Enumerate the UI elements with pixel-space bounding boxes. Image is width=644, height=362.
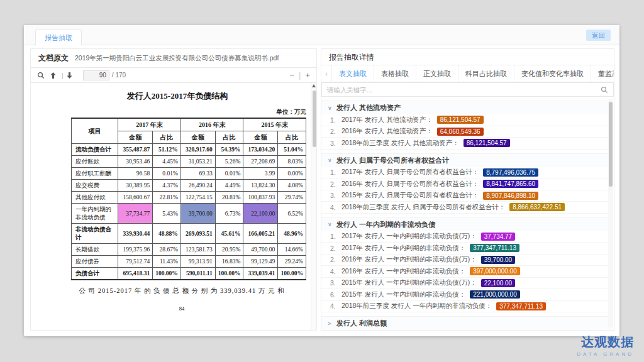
value-badge[interactable]: 8,866,632,422.51 [509, 203, 565, 211]
chevron-right-icon: > [328, 321, 336, 327]
value-badge[interactable]: 37,734.77 [481, 233, 516, 241]
section-header[interactable]: ∨发行人 归属于母公司所有者权益合计 [321, 154, 613, 167]
section-header[interactable]: ∨发行人 其他流动资产 [321, 101, 613, 114]
item-label: 2017年 发行人 其他流动资产： [341, 116, 433, 124]
value-badge[interactable]: 377,347,711.13 [496, 302, 546, 310]
extract-item[interactable]: 4.2018年前三季度 发行人 归属于母公司所有者权益合计：8,866,632,… [321, 202, 613, 214]
row-label: 应付职工薪酬 [72, 168, 118, 180]
extract-item[interactable]: 3.2018年前三季度 发行人 其他流动资产：86,121,504.57 [321, 138, 613, 150]
extract-item[interactable]: 2.2017年 发行人 一年内到期的非流动负债：377,347,711.13 [321, 243, 613, 255]
table-subheader: 金额 [118, 131, 153, 144]
row-cell: 4.45% [153, 156, 181, 168]
section-header[interactable]: >发行人 利润总额 [321, 317, 613, 330]
table-row: 负债合计695,418.31100.00%590,011.11100.00%33… [72, 268, 306, 280]
extract-item[interactable]: 3.2015年 发行人 一年内到期的非流动负债(万)：22,100.00 [321, 278, 613, 290]
item-label: 2016年 发行人 其他流动资产： [341, 127, 433, 136]
item-number: 6. [330, 291, 341, 299]
extract-item[interactable]: 2.2016年 发行人 归属于母公司所有者权益合计：8,841,747,865.… [321, 178, 613, 190]
value-badge[interactable]: 22,100.00 [481, 279, 516, 287]
zoom-in-button[interactable]: + [305, 70, 310, 80]
document-label: 文档原文 [38, 53, 69, 63]
value-badge[interactable]: 8,797,496,036.75 [483, 168, 538, 177]
extract-pane: 报告抽取详情 ‹表文抽取表格抽取正文抽取科目占比抽取变化值和变化率抽取董监高年龄… [321, 48, 614, 331]
extract-tabbar: ‹表文抽取表格抽取正文抽取科目占比抽取变化值和变化率抽取董监高年龄抽取变动趋势抽… [321, 65, 614, 82]
document-pane: 文档原文 2019年第一期贵阳白云工业发展投资有限公司公司债券募集说明书.pdf… [30, 48, 317, 331]
tabs-prev-icon[interactable]: ‹ [321, 65, 331, 82]
keyword-search-input[interactable] [327, 86, 601, 94]
logo-english: DATA GRAND [577, 351, 634, 357]
row-cell: 30,953.46 [118, 156, 153, 168]
extract-item[interactable]: 3.2015年 发行人 归属于母公司所有者权益合计：8,907,846,898.… [321, 190, 613, 202]
value-badge[interactable]: 86,121,504.57 [437, 116, 484, 124]
pdf-scroll-thumb[interactable] [313, 90, 316, 147]
extract-item[interactable]: 4.2018年前三季度 发行人 一年内到期的非流动负债：377,347,711.… [321, 301, 613, 313]
row-cell: 20.81% [215, 192, 243, 204]
table-row: 应付债券79,512.7411.43%99,313.9116.83%99,129… [72, 256, 306, 268]
row-cell: 0.01% [215, 168, 243, 180]
row-cell: 173,034.20 [243, 144, 278, 156]
value-badge[interactable]: 86,121,504.57 [464, 139, 510, 147]
chevron-down-icon: ∨ [328, 157, 336, 163]
extract-tab-0[interactable]: 表文抽取 [331, 65, 374, 82]
extract-sections: ∨发行人 其他流动资产1.2017年 发行人 其他流动资产：86,121,504… [321, 97, 614, 330]
search-icon[interactable] [37, 72, 45, 79]
extract-item[interactable]: 6.2015年 发行人 一年内到期的非流动负债：221,000,000.00 [321, 289, 613, 301]
search-icon[interactable] [601, 86, 608, 94]
extract-item[interactable]: 2.2016年 发行人 一年内到期的非流动负债(万)：39,700.00 [321, 255, 613, 266]
section-header[interactable]: ∨发行人 一年内到期的非流动负债 [321, 218, 613, 231]
extract-item[interactable]: 1.2017年 发行人 其他流动资产：86,121,504.57 [321, 114, 613, 126]
row-label: 其他应付款 [72, 192, 118, 204]
page-number-input[interactable] [83, 70, 109, 80]
table-subheader: 金额 [243, 131, 278, 144]
scroll-up-icon[interactable] [312, 84, 316, 87]
row-cell: 22.81% [153, 192, 181, 204]
row-label: 负债合计 [72, 268, 118, 280]
row-cell: 100.00% [215, 268, 243, 280]
tab-report-extract[interactable]: 报告抽取 [35, 30, 82, 46]
extract-tab-3[interactable]: 科目占比抽取 [458, 65, 514, 82]
value-badge[interactable]: 397,000,000.00 [470, 267, 520, 275]
value-badge[interactable]: 8,907,846,898.10 [483, 192, 538, 200]
row-cell: 355,487.87 [118, 144, 153, 156]
extract-tab-4[interactable]: 变化值和变化率抽取 [514, 65, 591, 82]
table-subheader: 占比 [153, 131, 181, 144]
panel-scroll-thumb[interactable] [609, 102, 613, 187]
row-cell: 26,490.24 [180, 180, 215, 192]
zoom-out-button[interactable]: − [289, 70, 294, 80]
extract-section: ∨发行人 其他流动资产1.2017年 发行人 其他流动资产：86,121,504… [321, 101, 613, 150]
extract-item[interactable]: 2.2016年 发行人 其他流动资产：64,060,549.36 [321, 126, 613, 138]
extract-item[interactable]: 4.2016年 发行人 一年内到期的非流动负债：397,000,000.00 [321, 266, 613, 278]
row-label: 长期借款 [72, 244, 118, 256]
item-number: 2. [330, 244, 341, 252]
pdf-unit-label: 单位：万元 [71, 108, 306, 116]
item-label: 2016年 发行人 一年内到期的非流动负债(万)： [341, 255, 477, 264]
extract-item[interactable]: 1.2017年 发行人 归属于母公司所有者权益合计：8,797,496,036.… [321, 167, 613, 179]
back-button[interactable]: 返回 [586, 30, 611, 41]
row-cell: 29.74% [278, 192, 306, 204]
item-number: 1. [330, 116, 341, 124]
datagrand-logo: 达观数据 DATA GRAND [577, 334, 634, 357]
extract-tab-5[interactable]: 董监高年龄抽取 [591, 65, 614, 82]
value-badge[interactable]: 39,700.00 [481, 256, 516, 264]
extract-tab-2[interactable]: 正文抽取 [416, 65, 458, 82]
value-badge[interactable]: 8,841,747,865.60 [483, 180, 538, 188]
page-down-icon[interactable] [66, 72, 73, 79]
row-label: 应付账款 [72, 156, 118, 168]
row-cell: 339,930.44 [118, 224, 153, 244]
row-cell: 4.37% [153, 180, 181, 192]
row-cell: 320,917.60 [180, 144, 215, 156]
row-cell: 37,734.77 [118, 204, 153, 224]
panel-scrollbar[interactable] [608, 99, 613, 327]
extract-tab-1[interactable]: 表格抽取 [374, 65, 416, 82]
value-badge[interactable]: 377,347,711.13 [470, 244, 519, 252]
extract-item[interactable]: 1.2017年 发行人 一年内到期的非流动负债(万)：37,734.77 [321, 231, 613, 243]
item-number: 4. [330, 302, 341, 310]
value-badge[interactable]: 64,060,549.36 [437, 128, 484, 136]
row-cell: 6.73% [215, 204, 243, 224]
page-up-icon[interactable] [50, 72, 57, 79]
pdf-scrollbar[interactable] [311, 83, 316, 330]
logo-chinese: 达观数据 [577, 334, 634, 351]
value-badge[interactable]: 221,000,000.00 [470, 290, 520, 299]
item-number: 2. [330, 256, 341, 263]
extract-section: >发行人 利润总额 [321, 316, 613, 330]
